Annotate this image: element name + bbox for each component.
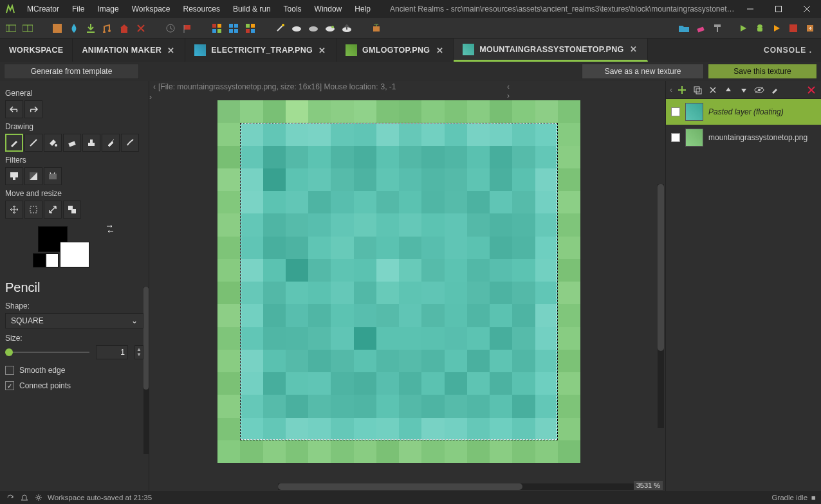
layer-visibility-checkbox[interactable]: [671, 133, 680, 142]
swap-colors-icon[interactable]: [105, 224, 116, 235]
select-tool[interactable]: [24, 201, 42, 219]
texture-canvas[interactable]: [217, 100, 580, 463]
tb-import-icon[interactable]: [84, 21, 98, 35]
layer-down-icon[interactable]: [738, 84, 750, 96]
gradle-stop-icon[interactable]: ■: [811, 494, 816, 501]
menu-help[interactable]: Help: [348, 0, 377, 18]
pencil-tool[interactable]: [5, 134, 23, 152]
window-close-button[interactable]: [793, 0, 821, 18]
connect-points-checkbox[interactable]: Connect points: [5, 381, 143, 390]
shape-select[interactable]: SQUARE ⌄: [5, 313, 143, 328]
eraser-tool[interactable]: [63, 134, 81, 152]
merge-layer-icon[interactable]: [707, 84, 719, 96]
tab-animation-maker[interactable]: ANIMATION MAKER✕: [73, 39, 185, 62]
tb-sound-icon[interactable]: [100, 21, 115, 35]
tb-run-icon[interactable]: [736, 21, 750, 35]
close-icon[interactable]: ✕: [435, 46, 444, 55]
left-scrollbar[interactable]: [143, 287, 149, 454]
collapse-right-icon[interactable]: ‹›: [507, 82, 510, 100]
crop-tool[interactable]: [63, 201, 81, 219]
status-notif-icon[interactable]: [19, 492, 30, 503]
menu-resources[interactable]: Resources: [177, 0, 226, 18]
status-sync-icon[interactable]: [5, 492, 15, 503]
tb-workspace2-icon[interactable]: [21, 21, 35, 35]
layer-visibility-checkbox[interactable]: [671, 107, 680, 116]
tb-model-icon[interactable]: [50, 21, 64, 35]
tb-cloud2-icon[interactable]: [306, 21, 320, 35]
layer-up-icon[interactable]: [723, 84, 734, 96]
tb-run-server-icon[interactable]: [770, 21, 784, 35]
tb-structure-icon[interactable]: [117, 21, 131, 35]
generate-template-button[interactable]: Generate from template: [4, 64, 139, 79]
menu-tools[interactable]: Tools: [277, 0, 308, 18]
status-settings-icon[interactable]: [33, 492, 44, 503]
tab-file-2[interactable]: MOUNTAINGRASSYSTONETOP.PNG✕: [454, 39, 647, 62]
window-minimize-button[interactable]: [736, 0, 764, 18]
filter-noise-tool[interactable]: [44, 167, 62, 185]
bucket-tool[interactable]: [44, 134, 62, 152]
close-icon[interactable]: ✕: [167, 46, 176, 55]
tab-workspace[interactable]: WORKSPACE: [0, 39, 73, 62]
expand-left-icon[interactable]: ›: [149, 93, 152, 102]
tab-file-1[interactable]: GMLOGTOP.PNG✕: [337, 39, 454, 62]
line-tool[interactable]: [24, 134, 42, 152]
collapse-layers-icon[interactable]: ‹: [670, 86, 672, 94]
add-layer-icon[interactable]: [676, 84, 688, 96]
menu-build-run[interactable]: Build & run: [226, 0, 277, 18]
menu-image[interactable]: Image: [91, 0, 125, 18]
save-button[interactable]: Save this texture: [708, 64, 817, 79]
tb-eraser-icon[interactable]: [694, 21, 708, 35]
tb-wand-icon[interactable]: [273, 21, 287, 35]
tb-grid2-icon[interactable]: [226, 21, 241, 35]
tb-export2-icon[interactable]: [803, 21, 817, 35]
canvas-v-scrollbar[interactable]: [658, 184, 664, 428]
menu-window[interactable]: Window: [308, 0, 349, 18]
layer-item[interactable]: mountaingrassystonetop.png: [666, 125, 821, 150]
tab-file-0[interactable]: ELECTRICITY_TRAP.PNG✕: [185, 39, 337, 62]
default-fg[interactable]: [33, 253, 46, 267]
default-bg[interactable]: [46, 253, 59, 267]
tb-upload-icon[interactable]: [340, 21, 354, 35]
redo-button[interactable]: [24, 100, 42, 118]
tb-stop-icon[interactable]: [786, 21, 800, 35]
close-icon[interactable]: ✕: [629, 45, 638, 54]
layer-visibility-icon[interactable]: [753, 84, 765, 96]
close-icon[interactable]: ✕: [318, 46, 327, 55]
brush-tool[interactable]: [121, 134, 139, 152]
menu-file[interactable]: File: [66, 0, 91, 18]
undo-button[interactable]: [5, 100, 23, 118]
tb-export-icon[interactable]: [369, 21, 383, 35]
tb-grid3-icon[interactable]: [243, 21, 257, 35]
tb-clear-icon[interactable]: [134, 21, 148, 35]
tb-grid1-icon[interactable]: [210, 21, 224, 35]
window-maximize-button[interactable]: [764, 0, 793, 18]
save-as-button[interactable]: Save as a new texture: [582, 64, 704, 79]
collapse-left-icon[interactable]: ‹: [153, 82, 156, 91]
menu-workspace[interactable]: Workspace: [125, 0, 177, 18]
picker-tool[interactable]: [102, 134, 120, 152]
background-color[interactable]: [60, 242, 89, 267]
tb-folder-icon[interactable]: [677, 21, 691, 35]
tb-android-icon[interactable]: [753, 21, 767, 35]
smooth-edge-checkbox[interactable]: Smooth edge: [5, 366, 143, 375]
tb-cloud1-icon[interactable]: [290, 21, 304, 35]
duplicate-layer-icon[interactable]: [692, 84, 703, 96]
tab-console[interactable]: CONSOLE .: [755, 39, 821, 62]
tb-new-workspace-icon[interactable]: [4, 21, 18, 35]
delete-layer-icon[interactable]: [806, 84, 817, 96]
filter-desat-tool[interactable]: [5, 167, 23, 185]
resize-tool[interactable]: [44, 201, 62, 219]
filter-invert-tool[interactable]: [24, 167, 42, 185]
tb-hammer-icon[interactable]: [710, 21, 724, 35]
move-tool[interactable]: [5, 201, 23, 219]
tb-drop-icon[interactable]: [67, 21, 81, 35]
layer-edit-icon[interactable]: [769, 84, 780, 96]
stamp-tool[interactable]: [82, 134, 100, 152]
tb-clock-icon[interactable]: [163, 21, 178, 35]
size-slider[interactable]: [5, 346, 89, 358]
canvas-h-scrollbar[interactable]: [278, 483, 640, 490]
color-swatch[interactable]: [33, 224, 116, 269]
size-stepper[interactable]: ▲▼: [134, 345, 143, 359]
layer-item[interactable]: Pasted layer (floating): [666, 99, 821, 125]
tb-flag-icon[interactable]: [180, 21, 194, 35]
